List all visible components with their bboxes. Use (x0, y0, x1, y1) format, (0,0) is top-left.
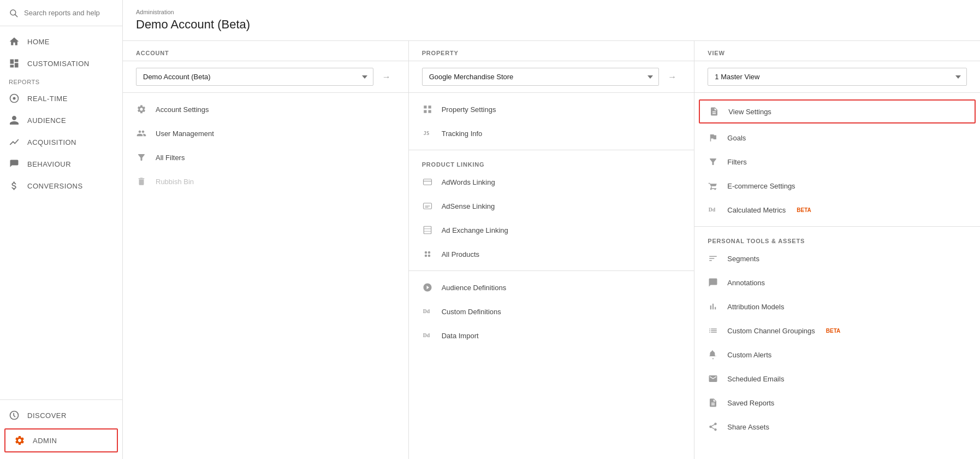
property-arrow-button[interactable]: → (663, 68, 681, 86)
segments-item[interactable]: Segments (694, 246, 980, 270)
share-assets-item[interactable]: Share Assets (694, 415, 980, 439)
svg-line-1 (15, 14, 17, 16)
audience-definitions-label: Audience Definitions (442, 284, 507, 292)
tracking-info-item[interactable]: JS Tracking Info (409, 121, 694, 145)
dashboard-icon (9, 58, 20, 69)
behaviour-label: BEHAVIOUR (27, 160, 71, 168)
sidebar-item-admin[interactable]: ADMIN (4, 428, 118, 452)
scheduled-emails-item[interactable]: Scheduled Emails (694, 367, 980, 391)
personal-tools-title: PERSONAL TOOLS & ASSETS (694, 231, 980, 246)
home-icon (9, 36, 20, 47)
svg-text:Dd: Dd (423, 332, 430, 338)
property-column: PROPERTY Google Merchandise Store → Prop… (409, 41, 695, 459)
sidebar-item-conversions[interactable]: CONVERSIONS (0, 175, 122, 197)
page-header: Administration Demo Account (Beta) (123, 0, 980, 41)
audience-definitions-item[interactable]: Audience Definitions (409, 275, 694, 299)
all-products-item[interactable]: All Products (409, 242, 694, 266)
svg-text:Dd: Dd (423, 308, 430, 314)
all-filters-item[interactable]: All Filters (123, 145, 408, 169)
audience-icon (9, 115, 20, 126)
svg-rect-15 (424, 226, 431, 234)
view-header: VIEW (694, 41, 980, 61)
segments-label: Segments (727, 255, 759, 263)
saved-reports-item[interactable]: Saved Reports (694, 391, 980, 415)
account-arrow-button[interactable]: → (378, 68, 395, 86)
view-dropdown-wrapper: 1 Master View (694, 61, 980, 93)
ad-exchange-linking-icon (422, 225, 433, 236)
property-divider-2 (409, 270, 694, 271)
calculated-metrics-icon: Dd (708, 204, 718, 215)
segments-icon (708, 253, 718, 264)
audience-label: AUDIENCE (27, 116, 66, 125)
sidebar-item-home[interactable]: HOME (0, 31, 122, 52)
adwords-linking-item[interactable]: AdWords Linking (409, 170, 694, 194)
account-settings-label: Account Settings (156, 105, 209, 114)
view-divider-1 (694, 226, 980, 227)
adsense-linking-label: AdSense Linking (442, 202, 495, 210)
sidebar-item-customisation[interactable]: CUSTOMISATION (0, 52, 122, 74)
scheduled-emails-label: Scheduled Emails (727, 375, 784, 383)
realtime-label: REAL-TIME (27, 95, 68, 103)
tracking-info-label: Tracking Info (442, 130, 483, 138)
conversions-label: CONVERSIONS (27, 182, 83, 190)
property-header: PROPERTY (409, 41, 694, 61)
admin-gear-icon (14, 435, 25, 446)
admin-label: ADMIN (33, 437, 57, 445)
view-dropdown[interactable]: 1 Master View (708, 68, 967, 86)
ad-exchange-linking-item[interactable]: Ad Exchange Linking (409, 218, 694, 242)
all-products-icon (422, 249, 433, 260)
sidebar-item-audience[interactable]: AUDIENCE (0, 109, 122, 131)
svg-rect-5 (424, 105, 426, 108)
goals-label: Goals (727, 134, 746, 142)
search-bar[interactable]: Search reports and help (0, 0, 122, 26)
annotations-item[interactable]: Annotations (694, 270, 980, 295)
tracking-info-icon: JS (422, 128, 433, 139)
discover-label: DISCOVER (27, 411, 67, 420)
acquisition-label: ACQUISITION (27, 138, 76, 146)
realtime-icon (9, 93, 20, 104)
property-dropdown[interactable]: Google Merchandise Store (422, 68, 660, 86)
rubbish-bin-item[interactable]: Rubbish Bin (123, 169, 408, 193)
discover-icon (9, 410, 20, 421)
main-content: Administration Demo Account (Beta) ACCOU… (123, 0, 980, 459)
attribution-models-item[interactable]: Attribution Models (694, 295, 980, 319)
user-management-label: User Management (156, 130, 214, 138)
account-dropdown[interactable]: Demo Account (Beta) (136, 68, 373, 86)
svg-text:JS: JS (423, 131, 429, 136)
goals-item[interactable]: Goals (694, 126, 980, 150)
adsense-linking-item[interactable]: AdSense Linking (409, 194, 694, 218)
customisation-label: CUSTOMISATION (27, 60, 90, 68)
custom-channel-groupings-item[interactable]: Custom Channel Groupings BETA (694, 319, 980, 343)
sidebar-bottom: DISCOVER ADMIN (0, 399, 122, 459)
svg-text:Dd: Dd (709, 207, 716, 213)
sidebar-item-discover[interactable]: DISCOVER (0, 404, 122, 426)
sidebar-item-acquisition[interactable]: ACQUISITION (0, 131, 122, 153)
home-label: HOME (27, 38, 50, 46)
adwords-linking-icon (422, 176, 433, 187)
data-import-item[interactable]: Dd Data Import (409, 323, 694, 348)
annotations-label: Annotations (727, 279, 765, 287)
scheduled-emails-icon (708, 373, 718, 384)
behaviour-icon (9, 158, 20, 169)
ecommerce-settings-item[interactable]: E-commerce Settings (694, 174, 980, 198)
adsense-linking-icon (422, 201, 433, 211)
filters-item[interactable]: Filters (694, 150, 980, 174)
ecommerce-settings-icon (708, 180, 718, 191)
svg-point-20 (424, 255, 427, 257)
account-settings-item[interactable]: Account Settings (123, 97, 408, 121)
view-settings-item[interactable]: View Settings (699, 99, 976, 123)
property-settings-item[interactable]: Property Settings (409, 97, 694, 121)
custom-definitions-icon: Dd (422, 306, 433, 317)
view-items: View Settings Goals Filters (694, 93, 980, 443)
custom-definitions-label: Custom Definitions (442, 308, 501, 316)
property-dropdown-wrapper: Google Merchandise Store → (409, 61, 694, 93)
sidebar-item-realtime[interactable]: REAL-TIME (0, 87, 122, 109)
property-divider-1 (409, 150, 694, 150)
calculated-metrics-item[interactable]: Dd Calculated Metrics BETA (694, 198, 980, 222)
sidebar-item-behaviour[interactable]: BEHAVIOUR (0, 153, 122, 175)
search-label: Search reports and help (24, 9, 100, 17)
custom-definitions-item[interactable]: Dd Custom Definitions (409, 299, 694, 323)
custom-alerts-item[interactable]: Custom Alerts (694, 343, 980, 367)
user-management-item[interactable]: User Management (123, 121, 408, 145)
data-import-icon: Dd (422, 330, 433, 341)
